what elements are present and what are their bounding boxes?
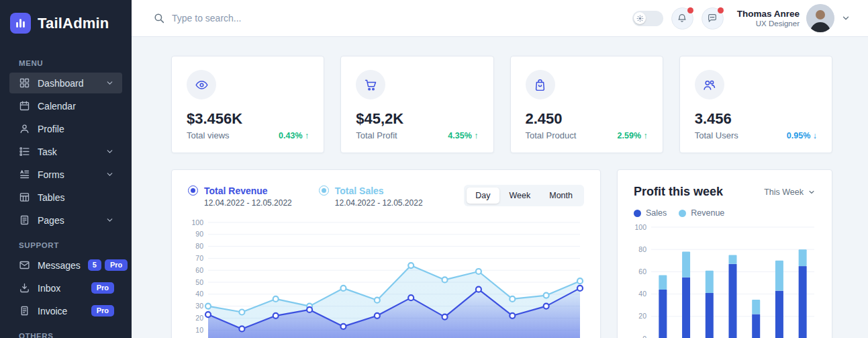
inbox-icon bbox=[19, 282, 30, 294]
task-icon bbox=[19, 146, 30, 157]
profit-card-title: Profit this week bbox=[634, 185, 723, 199]
sidebar-item-label: Task bbox=[38, 146, 57, 157]
tailadmin-logo-icon bbox=[10, 13, 31, 34]
stat-value: 3.456 bbox=[695, 110, 817, 128]
legend-total-sales[interactable]: Total Sales 12.04.2022 - 12.05.2022 bbox=[319, 185, 423, 208]
stat-delta: 4.35% ↑ bbox=[448, 131, 478, 140]
chat-icon bbox=[707, 13, 718, 24]
revenue-legend: Total Revenue 12.04.2022 - 12.05.2022 To… bbox=[188, 185, 423, 208]
revenue-line-chart: 0102030405060708090100SepOctNovDecJanFeb… bbox=[188, 217, 585, 338]
stat-card-total-users: 3.456 Total Users 0.95% ↓ bbox=[679, 56, 832, 153]
section-label-others: OTHERS bbox=[19, 332, 122, 338]
sidebar-item-label: Profile bbox=[38, 124, 64, 134]
top-header: Thomas Anree UX Designer bbox=[132, 0, 868, 37]
svg-text:20: 20 bbox=[195, 314, 203, 322]
sidebar-item-label: Inbox bbox=[38, 283, 60, 294]
profit-legend: Sales Revenue bbox=[634, 208, 816, 218]
user-name: Thomas Anree bbox=[737, 9, 800, 20]
legend-title: Total Revenue bbox=[204, 185, 268, 196]
legend-sales: Sales bbox=[634, 208, 667, 218]
legend-date-range: 12.04.2022 - 12.05.2022 bbox=[335, 198, 423, 208]
period-day-button[interactable]: Day bbox=[467, 187, 499, 204]
sidebar-item-inbox[interactable]: Inbox Pro bbox=[9, 278, 122, 298]
profit-bar-chart: 020406080100MTWTFSS bbox=[634, 223, 817, 338]
profile-icon bbox=[19, 123, 30, 134]
radio-icon bbox=[319, 185, 329, 196]
sidebar-item-tables[interactable]: Tables bbox=[9, 187, 122, 208]
eye-icon bbox=[187, 70, 216, 99]
stats-row: $3.456K Total views 0.43% ↑ $45,2K Total… bbox=[171, 56, 832, 153]
calendar-icon bbox=[19, 100, 30, 112]
sidebar-item-label: Forms bbox=[38, 169, 64, 180]
app-root: TailAdmin MENU Dashboard Calendar Profil… bbox=[0, 0, 868, 338]
period-week-button[interactable]: Week bbox=[501, 187, 540, 204]
sales-dot-icon bbox=[634, 210, 641, 217]
stat-card-total-views: $3.456K Total views 0.43% ↑ bbox=[171, 56, 324, 153]
svg-text:20: 20 bbox=[638, 312, 646, 320]
sidebar-item-label: Tables bbox=[38, 192, 64, 203]
forms-icon bbox=[19, 169, 30, 180]
svg-text:60: 60 bbox=[195, 266, 203, 274]
sidebar-item-calendar[interactable]: Calendar bbox=[9, 95, 122, 116]
sidebar-item-pages[interactable]: Pages bbox=[9, 210, 122, 230]
svg-text:100: 100 bbox=[191, 218, 203, 226]
main-area: Thomas Anree UX Designer bbox=[132, 0, 868, 338]
invoice-icon bbox=[19, 305, 30, 316]
section-label-menu: MENU bbox=[19, 59, 122, 67]
bell-icon bbox=[677, 13, 687, 24]
sidebar-item-messages[interactable]: Messages 5 Pro bbox=[9, 255, 122, 276]
svg-text:100: 100 bbox=[634, 223, 646, 231]
sidebar-item-label: Dashboard bbox=[38, 78, 84, 89]
svg-text:90: 90 bbox=[195, 230, 203, 238]
legend-title: Total Sales bbox=[335, 185, 384, 196]
chevron-down-icon bbox=[808, 188, 816, 196]
pro-badge: Pro bbox=[91, 305, 114, 316]
stat-value: 2.450 bbox=[526, 110, 648, 128]
sidebar-item-label: Invoice bbox=[38, 306, 67, 316]
svg-text:30: 30 bbox=[195, 302, 203, 310]
stat-label: Total Users bbox=[695, 130, 738, 140]
svg-text:0: 0 bbox=[642, 335, 646, 338]
header-actions: Thomas Anree UX Designer bbox=[632, 4, 851, 32]
sun-icon bbox=[634, 12, 646, 24]
stat-card-total-profit: $45,2K Total Profit 4.35% ↑ bbox=[340, 56, 493, 153]
svg-text:80: 80 bbox=[638, 245, 646, 253]
sidebar-nav: MENU Dashboard Calendar Profile Task bbox=[0, 40, 132, 338]
stat-label: Total views bbox=[187, 130, 230, 140]
sidebar-item-label: Messages bbox=[38, 260, 81, 271]
chevron-down-icon bbox=[105, 170, 114, 179]
users-icon bbox=[695, 70, 724, 99]
brand-row[interactable]: TailAdmin bbox=[0, 0, 132, 40]
chevron-down-icon bbox=[841, 13, 851, 23]
svg-text:60: 60 bbox=[638, 267, 646, 276]
sidebar-item-dashboard[interactable]: Dashboard bbox=[9, 73, 122, 93]
sidebar-item-task[interactable]: Task bbox=[9, 141, 122, 162]
revenue-dot-icon bbox=[679, 210, 686, 217]
pro-badge: Pro bbox=[105, 259, 128, 271]
period-switcher: Day Week Month bbox=[464, 185, 584, 206]
week-select[interactable]: This Week bbox=[764, 187, 816, 197]
chevron-down-icon bbox=[105, 216, 114, 224]
sidebar-item-profile[interactable]: Profile bbox=[9, 118, 122, 139]
stat-delta: 0.43% ↑ bbox=[279, 131, 309, 140]
sidebar: TailAdmin MENU Dashboard Calendar Profil… bbox=[0, 0, 132, 338]
sidebar-item-forms[interactable]: Forms bbox=[9, 164, 122, 185]
legend-total-revenue[interactable]: Total Revenue 12.04.2022 - 12.05.2022 bbox=[188, 185, 292, 208]
legend-date-range: 12.04.2022 - 12.05.2022 bbox=[204, 198, 292, 208]
stat-label: Total Product bbox=[526, 130, 577, 140]
dashboard-icon bbox=[19, 77, 30, 89]
notifications-button[interactable] bbox=[671, 7, 693, 30]
user-menu[interactable]: Thomas Anree UX Designer bbox=[737, 4, 851, 32]
pro-badge: Pro bbox=[91, 282, 114, 294]
search-input[interactable] bbox=[172, 13, 360, 24]
radio-icon bbox=[188, 185, 198, 196]
sidebar-item-label: Calendar bbox=[38, 101, 76, 112]
brand-name: TailAdmin bbox=[38, 15, 109, 32]
period-month-button[interactable]: Month bbox=[540, 187, 581, 204]
dashboard-content: $3.456K Total views 0.43% ↑ $45,2K Total… bbox=[132, 37, 868, 338]
revenue-chart-card: Total Revenue 12.04.2022 - 12.05.2022 To… bbox=[171, 169, 601, 338]
sidebar-item-invoice[interactable]: Invoice Pro bbox=[9, 300, 122, 321]
svg-text:50: 50 bbox=[195, 278, 203, 286]
chat-button[interactable] bbox=[702, 7, 724, 30]
dark-mode-toggle[interactable] bbox=[632, 11, 663, 26]
